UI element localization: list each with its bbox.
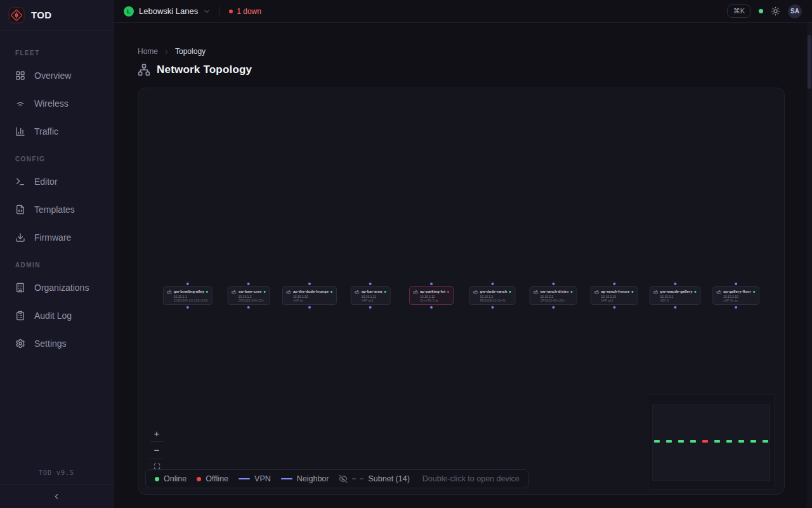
- router-icon: [594, 289, 599, 294]
- neighbor-line-icon: [281, 478, 292, 479]
- org-avatar: L: [124, 6, 134, 17]
- scrollbar-track[interactable]: [807, 23, 812, 508]
- logo-row[interactable]: TOD: [0, 0, 113, 30]
- theme-toggle-button[interactable]: [771, 6, 780, 16]
- device-node[interactable]: sw-ranch-distro10.10.2.2CRS310-8G+2S+: [529, 286, 577, 305]
- sidebar-item-organizations[interactable]: Organizations: [0, 274, 113, 302]
- user-avatar[interactable]: SA: [788, 4, 802, 18]
- main-area: L Lebowski Lanes 1 down ⌘K SA Home Topol…: [114, 0, 812, 508]
- sidebar-item-audit-log[interactable]: Audit Log: [0, 302, 113, 330]
- device-header: gw-maude-gallery: [653, 289, 696, 294]
- device-name: gw-bowling-alley: [174, 290, 204, 293]
- port-dot-icon: [187, 306, 189, 309]
- topology-canvas[interactable]: + − Online Offline VPN: [138, 88, 785, 495]
- device-node[interactable]: ap-the-dude-lounge10.10.1.10cAP ax: [282, 286, 337, 305]
- device-status-dot: [206, 291, 208, 293]
- minimap-node: [726, 440, 732, 443]
- offline-dot-icon: [229, 10, 233, 13]
- title-row: Network Topology: [138, 64, 785, 76]
- sidebar-item-traffic[interactable]: Traffic: [0, 117, 113, 145]
- sidebar-item-label: Wireless: [34, 98, 69, 109]
- page-content: Home Topology Network Topology + −: [114, 23, 812, 495]
- device-status-dot: [695, 291, 697, 293]
- device-header: gw-dude-ranch: [473, 289, 511, 294]
- device-model: OmniTik 5 ac: [420, 298, 449, 302]
- app-version: TOD v9.5: [0, 469, 113, 484]
- legend-bar: Online Offline VPN Neighbor: [145, 469, 529, 488]
- minimap[interactable]: [648, 394, 775, 490]
- command-palette-button[interactable]: ⌘K: [727, 4, 751, 18]
- sidebar-item-label: Firmware: [34, 232, 71, 243]
- sidebar-item-editor[interactable]: Editor: [0, 168, 113, 196]
- device-status-dot: [509, 291, 511, 293]
- breadcrumb-home-link[interactable]: Home: [138, 47, 158, 56]
- device-status-dot: [447, 291, 449, 293]
- device-node[interactable]: gw-dude-ranch10.10.2.1RB5009UG+S+IN: [469, 286, 516, 305]
- device-node[interactable]: ap-bar-area10.10.1.11hAP ax2: [351, 286, 391, 305]
- minimap-node: [666, 440, 672, 443]
- sidebar-nav: FLEETOverviewWirelessTrafficCONFIGEditor…: [0, 30, 113, 358]
- device-node[interactable]: ap-parking-lot10.10.1.12OmniTik 5 ac: [409, 286, 454, 305]
- sidebar-item-label: Editor: [34, 177, 58, 187]
- subnet-visibility-toggle[interactable]: [339, 474, 348, 483]
- minimap-node: [654, 440, 660, 443]
- device-model: cAP ax: [293, 298, 332, 302]
- org-switcher[interactable]: L Lebowski Lanes: [124, 6, 211, 17]
- device-name: ap-bar-area: [362, 290, 383, 293]
- minimap-node: [702, 440, 708, 443]
- sidebar-item-overview[interactable]: Overview: [0, 62, 113, 90]
- sidebar-item-settings[interactable]: Settings: [0, 330, 113, 358]
- eye-off-icon: [339, 474, 348, 483]
- zoom-in-button[interactable]: +: [150, 425, 164, 441]
- router-icon: [232, 289, 237, 294]
- down-count-label: 1 down: [237, 7, 261, 16]
- minimap-node: [690, 440, 696, 443]
- app-logo-icon: [8, 7, 25, 23]
- device-name: ap-ranch-house: [601, 290, 629, 293]
- minimap-node: [714, 440, 720, 443]
- minimap-node: [678, 440, 684, 443]
- device-model: hAP ax3: [601, 298, 633, 302]
- port-dot-icon: [247, 306, 250, 309]
- legend-subnet-label: Subnet (14): [368, 474, 409, 483]
- minimap-viewport: [652, 404, 770, 481]
- sidebar-item-label: Overview: [34, 70, 71, 81]
- clipboard-icon: [15, 311, 25, 321]
- zoom-out-button[interactable]: −: [150, 441, 164, 458]
- scrollbar-thumb[interactable]: [808, 35, 811, 89]
- legend-neighbor: Neighbor: [281, 474, 329, 483]
- legend-offline-label: Offline: [206, 474, 228, 483]
- sidebar-item-templates[interactable]: Templates: [0, 196, 113, 224]
- down-status-badge[interactable]: 1 down: [229, 7, 261, 16]
- minimap-node: [763, 440, 768, 443]
- legend-subnet: Subnet (14): [339, 474, 409, 483]
- router-icon: [716, 289, 721, 294]
- port-dot-icon: [552, 283, 554, 285]
- sidebar: TOD FLEETOverviewWirelessTrafficCONFIGEd…: [0, 0, 114, 508]
- device-header: sw-lane-core: [232, 289, 266, 294]
- device-status-dot: [331, 291, 332, 293]
- nav-section-label: CONFIG: [0, 145, 113, 168]
- device-model: hAP ax2: [362, 298, 386, 302]
- sidebar-item-label: Settings: [34, 338, 67, 349]
- sidebar-collapse-button[interactable]: [0, 484, 113, 508]
- device-node[interactable]: sw-lane-core10.10.1.2CRS326-24G-2S+: [228, 286, 270, 305]
- connection-status-dot: [759, 9, 763, 13]
- vpn-line-icon: [239, 478, 250, 479]
- nav-section-label: FLEET: [0, 39, 113, 62]
- port-dot-icon: [491, 283, 494, 285]
- minimap-node: [750, 440, 756, 443]
- device-model: CCR2004-1G-12S+2XS: [174, 298, 208, 302]
- sidebar-item-wireless[interactable]: Wireless: [0, 90, 113, 117]
- device-node[interactable]: ap-ranch-house10.10.2.10hAP ax3: [590, 286, 638, 305]
- device-node[interactable]: ap-gallery-floor10.10.3.10cAP XL ac: [712, 286, 759, 305]
- legend-online-label: Online: [164, 474, 187, 483]
- sun-icon: [771, 6, 780, 16]
- building-icon: [15, 283, 25, 293]
- terminal-icon: [15, 177, 25, 187]
- sidebar-item-firmware[interactable]: Firmware: [0, 224, 113, 251]
- offline-dot-icon: [197, 477, 201, 481]
- device-node[interactable]: gw-maude-gallery10.10.3.1hEX S: [649, 286, 700, 305]
- wifi-icon: [15, 98, 25, 109]
- device-node[interactable]: gw-bowling-alley10.10.1.1CCR2004-1G-12S+…: [163, 286, 213, 305]
